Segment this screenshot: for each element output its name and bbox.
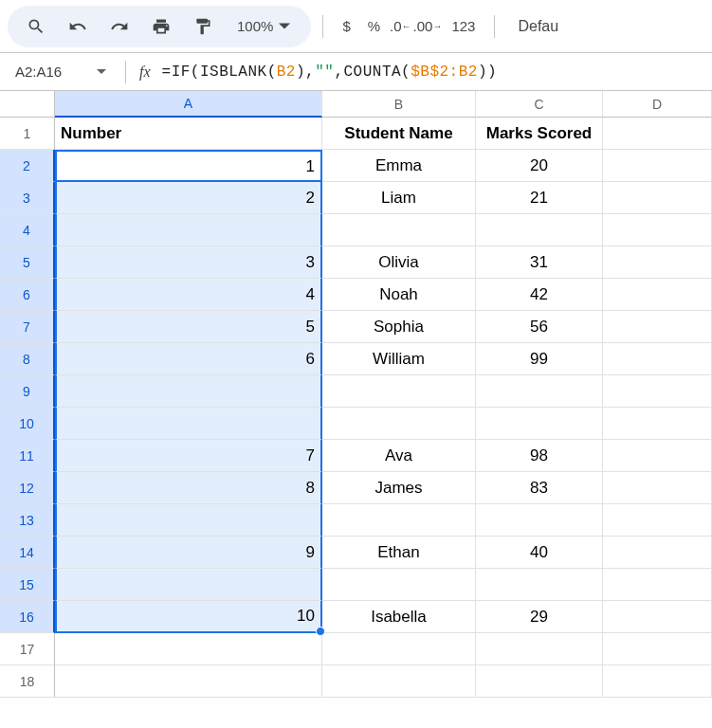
row-header[interactable]: 8 <box>0 343 55 375</box>
cell[interactable] <box>603 504 712 537</box>
cell[interactable] <box>603 408 712 440</box>
percent-format-button[interactable]: % <box>360 18 388 34</box>
row-header[interactable]: 12 <box>0 472 55 504</box>
undo-icon[interactable] <box>66 15 89 38</box>
cell[interactable]: 6 <box>55 343 322 375</box>
spreadsheet-grid[interactable]: ABCD1NumberStudent NameMarks Scored21Emm… <box>0 91 712 698</box>
cell[interactable] <box>603 279 712 311</box>
cell[interactable] <box>476 214 603 246</box>
cell[interactable] <box>55 665 322 698</box>
row-header[interactable]: 1 <box>0 118 55 150</box>
cell[interactable] <box>476 408 603 440</box>
cell[interactable] <box>322 504 476 537</box>
cell[interactable] <box>322 375 476 408</box>
column-header[interactable]: C <box>476 91 603 118</box>
cell[interactable] <box>322 214 476 246</box>
cell[interactable]: Olivia <box>322 246 476 279</box>
cell[interactable] <box>55 408 322 440</box>
cell[interactable] <box>55 504 322 537</box>
selection-handle[interactable] <box>316 627 325 636</box>
search-icon[interactable] <box>25 15 47 38</box>
cell[interactable] <box>603 375 712 408</box>
cell[interactable] <box>603 182 712 214</box>
cell[interactable] <box>603 343 712 375</box>
cell[interactable] <box>603 246 712 279</box>
select-all-corner[interactable] <box>0 91 55 118</box>
row-header[interactable]: 16 <box>0 601 55 633</box>
cell[interactable]: 20 <box>476 150 603 182</box>
cell[interactable] <box>476 504 603 537</box>
currency-format-button[interactable]: $ <box>335 18 357 34</box>
cell[interactable]: 2 <box>55 182 322 214</box>
cell[interactable]: 31 <box>476 246 603 279</box>
cell[interactable]: Ava <box>322 440 476 472</box>
paint-format-icon[interactable] <box>192 15 214 38</box>
row-header[interactable]: 7 <box>0 311 55 343</box>
cell[interactable] <box>476 633 603 665</box>
cell[interactable]: 99 <box>476 343 603 375</box>
cell[interactable] <box>322 569 476 601</box>
row-header[interactable]: 9 <box>0 375 55 408</box>
cell[interactable] <box>55 569 322 601</box>
column-header[interactable]: D <box>603 91 712 118</box>
cell[interactable] <box>603 633 712 665</box>
cell[interactable] <box>603 537 712 569</box>
cell[interactable] <box>55 214 322 246</box>
cell[interactable] <box>603 214 712 246</box>
row-header[interactable]: 6 <box>0 279 55 311</box>
cell[interactable]: Ethan <box>322 537 476 569</box>
cell[interactable]: Sophia <box>322 311 476 343</box>
cell[interactable]: 5 <box>55 311 322 343</box>
cell[interactable]: 1 <box>55 150 322 182</box>
cell[interactable]: William <box>322 343 476 375</box>
cell[interactable] <box>322 408 476 440</box>
cell[interactable]: 29 <box>476 601 603 633</box>
row-header[interactable]: 2 <box>0 150 55 182</box>
cell[interactable]: 8 <box>55 472 322 504</box>
row-header[interactable]: 3 <box>0 182 55 214</box>
print-icon[interactable] <box>150 15 173 38</box>
increase-decimal-button[interactable]: .00→ <box>413 15 443 38</box>
cell[interactable]: Number <box>55 118 322 150</box>
cell[interactable] <box>476 375 603 408</box>
cell[interactable]: Student Name <box>322 118 476 150</box>
cell[interactable] <box>603 150 712 182</box>
cell[interactable] <box>322 633 476 665</box>
column-header[interactable]: B <box>322 91 476 118</box>
cell[interactable] <box>603 118 712 150</box>
cell[interactable]: 10 <box>55 601 322 633</box>
zoom-dropdown[interactable]: 100% <box>233 18 294 34</box>
name-box[interactable]: A2:A16 <box>8 59 112 85</box>
row-header[interactable]: 4 <box>0 214 55 246</box>
redo-icon[interactable] <box>108 15 131 38</box>
formula-bar[interactable]: =IF(ISBLANK( B2 ), "" ,COUNTA( $B$2:B2 )… <box>162 64 498 81</box>
cell[interactable]: Marks Scored <box>476 118 603 150</box>
cell[interactable] <box>603 440 712 472</box>
cell[interactable]: 56 <box>476 311 603 343</box>
column-header[interactable]: A <box>55 91 322 118</box>
decrease-decimal-button[interactable]: .0← <box>390 15 411 38</box>
cell[interactable] <box>603 472 712 504</box>
row-header[interactable]: 5 <box>0 246 55 279</box>
row-header[interactable]: 15 <box>0 569 55 601</box>
cell[interactable]: James <box>322 472 476 504</box>
cell[interactable]: 98 <box>476 440 603 472</box>
row-header[interactable]: 11 <box>0 440 55 472</box>
cell[interactable]: 83 <box>476 472 603 504</box>
row-header[interactable]: 13 <box>0 504 55 537</box>
cell[interactable]: Emma <box>322 150 476 182</box>
cell[interactable]: 42 <box>476 279 603 311</box>
cell[interactable]: 9 <box>55 537 322 569</box>
row-header[interactable]: 10 <box>0 408 55 440</box>
cell[interactable] <box>603 311 712 343</box>
cell[interactable] <box>322 665 476 698</box>
cell[interactable] <box>603 569 712 601</box>
cell[interactable] <box>476 569 603 601</box>
cell[interactable] <box>55 375 322 408</box>
cell[interactable]: 7 <box>55 440 322 472</box>
row-header[interactable]: 17 <box>0 633 55 665</box>
cell[interactable] <box>55 633 322 665</box>
cell[interactable]: 40 <box>476 537 603 569</box>
cell[interactable] <box>476 665 603 698</box>
row-header[interactable]: 14 <box>0 537 55 569</box>
